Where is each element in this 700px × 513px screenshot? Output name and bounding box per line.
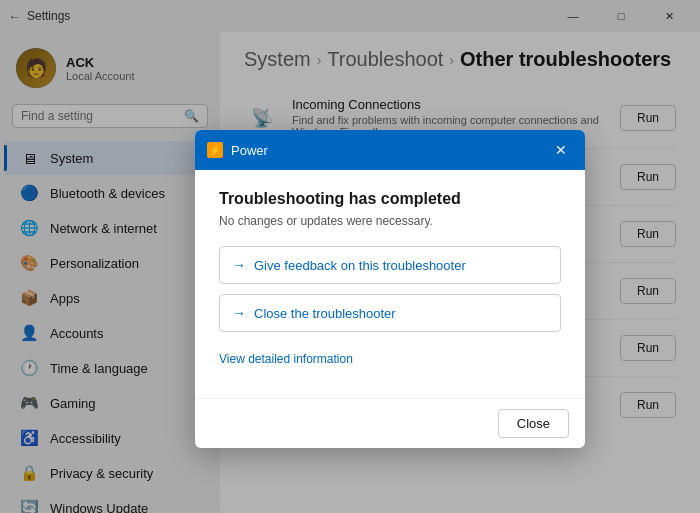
modal-title-left: ⚡ Power [207, 142, 268, 158]
modal-power-icon: ⚡ [207, 142, 223, 158]
modal-detail-link[interactable]: View detailed information [219, 352, 561, 366]
modal-action-close-troubleshooter[interactable]: → Close the troubleshooter [219, 294, 561, 332]
modal-overlay: ⚡ Power ✕ Troubleshooting has completed … [0, 0, 700, 513]
arrow-icon-close: → [232, 305, 246, 321]
modal-close-x-button[interactable]: ✕ [549, 138, 573, 162]
modal-action-close-label: Close the troubleshooter [254, 306, 396, 321]
arrow-icon-feedback: → [232, 257, 246, 273]
modal-action-feedback[interactable]: → Give feedback on this troubleshooter [219, 246, 561, 284]
power-troubleshooter-modal: ⚡ Power ✕ Troubleshooting has completed … [195, 130, 585, 448]
modal-titlebar: ⚡ Power ✕ [195, 130, 585, 170]
modal-footer: Close [195, 398, 585, 448]
modal-close-button[interactable]: Close [498, 409, 569, 438]
modal-body: Troubleshooting has completed No changes… [195, 170, 585, 398]
modal-action-feedback-label: Give feedback on this troubleshooter [254, 258, 466, 273]
modal-status-title: Troubleshooting has completed [219, 190, 561, 208]
modal-status-desc: No changes or updates were necessary. [219, 214, 561, 228]
modal-title: Power [231, 143, 268, 158]
